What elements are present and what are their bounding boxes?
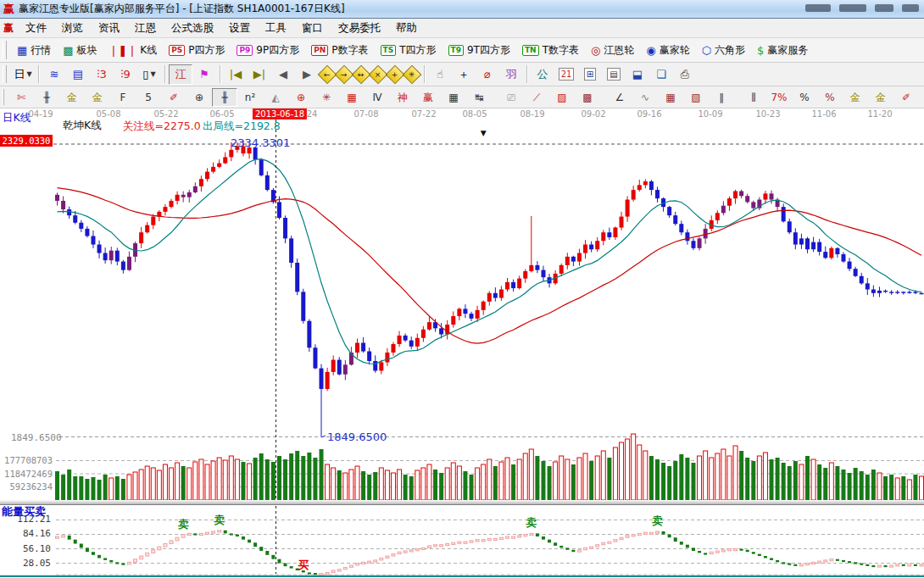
crosshair-tool-icon[interactable]: ＋: [452, 64, 476, 85]
button-赢家轮[interactable]: ◉赢家轮: [640, 40, 695, 60]
last-page-icon[interactable]: ▶|: [248, 64, 271, 85]
save-icon[interactable]: ⬓: [626, 64, 649, 85]
menu-item-浏览[interactable]: 浏览: [54, 21, 91, 36]
printer-icon[interactable]: ⎙: [673, 64, 697, 85]
menu-item-设置[interactable]: 设置: [221, 21, 258, 36]
purple-edit-icon[interactable]: 羽: [499, 64, 523, 85]
gold-lines-icon[interactable]: 金: [868, 88, 893, 107]
percent-line-icon[interactable]: %: [817, 88, 843, 107]
chart-canvas[interactable]: 卖卖买卖卖▼: [0, 108, 924, 578]
cycle5-comb-icon[interactable]: 5: [136, 88, 161, 107]
calculator-icon[interactable]: ⊞: [578, 64, 602, 85]
low-price-annotation: 1849.6500: [327, 431, 387, 444]
first-page-icon[interactable]: |◀: [224, 64, 248, 85]
button-P数字表[interactable]: PNP数字表: [305, 40, 374, 60]
color-flag-icon[interactable]: ⚑: [192, 64, 216, 85]
angle-ruler-icon[interactable]: ◭: [263, 88, 288, 107]
info-panel-icon[interactable]: ▤: [66, 64, 90, 85]
grid-pen-icon[interactable]: ▨: [549, 88, 575, 107]
menu-item-资讯[interactable]: 资讯: [91, 21, 127, 36]
bars-9-icon[interactable]: ⫶9: [114, 64, 137, 85]
scale-bars-icon[interactable]: ⫼: [741, 88, 766, 107]
net-box-icon[interactable]: ▩: [575, 88, 600, 107]
next-page-icon[interactable]: ▶: [295, 64, 319, 85]
starburst-icon[interactable]: ✳: [314, 88, 339, 107]
trend-wave-icon[interactable]: ≋: [42, 64, 66, 85]
cycle-circle-icon[interactable]: ⊕: [186, 88, 212, 107]
gold-ratio-icon[interactable]: 金: [59, 88, 85, 107]
hand-tool-icon[interactable]: ☝: [428, 64, 452, 85]
knife-tool-icon[interactable]: ✄: [8, 88, 34, 107]
button-T数字表[interactable]: TNT数字表: [516, 40, 585, 60]
icon-glyph: ▧: [691, 92, 700, 103]
fib-comb-icon[interactable]: F: [110, 88, 136, 107]
icon-glyph: ▯: [142, 69, 148, 80]
brush-icon[interactable]: ✐: [893, 88, 919, 107]
icon-glyph: ╫: [43, 92, 49, 103]
zoom-cancel-icon[interactable]: ⌀: [476, 64, 499, 85]
menu-item-帮助[interactable]: 帮助: [388, 21, 425, 36]
gann-comb-icon[interactable]: ╫: [34, 88, 59, 107]
period-day-selector[interactable]: 日▼: [11, 64, 35, 85]
gold-circle-icon[interactable]: 金: [843, 88, 868, 107]
gold-ratio2-icon[interactable]: 金: [85, 88, 110, 107]
icon-glyph: ▶|: [253, 69, 265, 80]
shou-lines-icon[interactable]: 寿: [919, 88, 924, 107]
red-pen-icon[interactable]: ✐: [161, 88, 186, 107]
calendar-icon[interactable]: 21: [554, 64, 578, 85]
n2-icon[interactable]: n²: [237, 88, 263, 107]
prev-page-icon[interactable]: ◀: [271, 64, 295, 85]
icon-glyph: %: [799, 92, 809, 103]
menu-item-工具[interactable]: 工具: [258, 21, 294, 36]
icon-glyph: ∥: [719, 92, 724, 103]
menu-item-文件[interactable]: 文件: [18, 21, 54, 36]
toolbar-grip[interactable]: [3, 41, 7, 59]
button-行情[interactable]: ▦行情: [11, 40, 57, 60]
gann-mode-icon[interactable]: 江: [169, 64, 192, 85]
parallel-icon[interactable]: ∥: [709, 88, 734, 107]
button-9P四方形[interactable]: P99P四方形: [231, 40, 305, 60]
brain-icon[interactable]: 公: [531, 64, 554, 85]
wave4-icon[interactable]: Ⅳ: [365, 88, 390, 107]
icon-glyph: 公: [537, 69, 548, 80]
hrange-icon[interactable]: ↹: [466, 88, 492, 107]
button-六角形[interactable]: ⬡六角形: [696, 40, 751, 60]
percent7-icon[interactable]: 7%: [766, 88, 792, 107]
button-板块[interactable]: ▩板块: [57, 40, 103, 60]
icon-glyph: 神: [398, 92, 408, 103]
rays-icon[interactable]: ⟋: [524, 88, 549, 107]
menu-item-窗口[interactable]: 窗口: [294, 21, 331, 36]
frame-icon[interactable]: ⎚: [498, 88, 524, 107]
button-江恩轮[interactable]: ◎江恩轮: [585, 40, 640, 60]
button-赢家服务[interactable]: $赢家服务: [751, 40, 814, 60]
icon-glyph: Ⅳ: [372, 92, 381, 103]
candle-style-selector[interactable]: ▯▼: [137, 64, 161, 85]
bars-3-icon[interactable]: ⫶3: [90, 64, 114, 85]
panel-splitter[interactable]: [0, 500, 924, 505]
menu-item-交易委托[interactable]: 交易委托: [331, 21, 388, 36]
button-9T四方形[interactable]: T99T四方形: [443, 40, 516, 60]
grid123-icon[interactable]: ▦: [441, 88, 466, 107]
matrix-icon[interactable]: ▦: [658, 88, 683, 107]
shen-comb-icon[interactable]: 神: [390, 88, 415, 107]
matrix-arrow-icon[interactable]: ▧: [683, 88, 709, 107]
chart-area[interactable]: 卖卖买卖卖▼ 04-1905-0805-2206-052013-06-18240…: [0, 108, 924, 578]
zigzag-icon[interactable]: ∿: [632, 88, 658, 107]
trend-lines-icon[interactable]: ∠: [607, 88, 632, 107]
web-doc-icon[interactable]: ❏: [649, 64, 673, 85]
plain-comb-icon[interactable]: ╫: [212, 88, 237, 107]
diamond-all-icon[interactable]: ✳: [403, 64, 422, 84]
button-P四方形[interactable]: PSP四方形: [163, 40, 231, 60]
toolbar-grip[interactable]: [3, 89, 4, 105]
button-T四方形[interactable]: TST四方形: [375, 40, 443, 60]
menu-item-公式选股[interactable]: 公式选股: [164, 21, 221, 36]
button-K线[interactable]: ❘❚❘K线: [103, 40, 164, 60]
target-icon[interactable]: ⊕: [288, 88, 314, 107]
notepad-icon[interactable]: ▤: [602, 64, 626, 85]
toolbar-grip[interactable]: [3, 65, 7, 83]
icon-glyph: ⊞: [584, 68, 596, 81]
percent-icon[interactable]: %: [792, 88, 817, 107]
red-grid-icon[interactable]: ▦: [339, 88, 365, 107]
menu-item-江恩[interactable]: 江恩: [127, 21, 164, 36]
win-comb-icon[interactable]: 赢: [415, 88, 441, 107]
